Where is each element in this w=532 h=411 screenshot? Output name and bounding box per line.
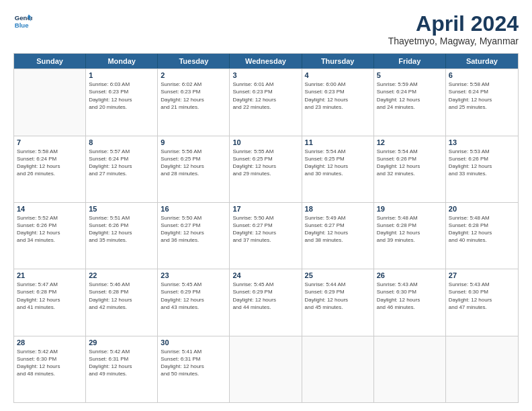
cell-info: Sunrise: 6:02 AM Sunset: 6:23 PM Dayligh… — [161, 81, 226, 111]
cell-info: Sunrise: 5:55 AM Sunset: 6:25 PM Dayligh… — [232, 148, 298, 178]
cell-info: Sunrise: 5:43 AM Sunset: 6:30 PM Dayligh… — [449, 281, 515, 311]
cell-info: Sunrise: 5:57 AM Sunset: 6:24 PM Dayligh… — [89, 148, 154, 178]
calendar-cell: 7Sunrise: 5:58 AM Sunset: 6:24 PM Daylig… — [14, 136, 86, 202]
day-number: 2 — [161, 71, 226, 79]
calendar-cell: 26Sunrise: 5:43 AM Sunset: 6:30 PM Dayli… — [374, 269, 446, 335]
weekday-header-sunday: Sunday — [14, 54, 86, 68]
month-title: April 2024 — [388, 12, 519, 36]
calendar-cell: 16Sunrise: 5:50 AM Sunset: 6:27 PM Dayli… — [158, 203, 230, 269]
calendar-cell: 14Sunrise: 5:52 AM Sunset: 6:26 PM Dayli… — [14, 203, 86, 269]
cell-info: Sunrise: 5:53 AM Sunset: 6:26 PM Dayligh… — [449, 148, 515, 178]
day-number: 19 — [377, 205, 443, 213]
calendar-cell: 21Sunrise: 5:47 AM Sunset: 6:28 PM Dayli… — [14, 269, 86, 335]
calendar-row-3: 21Sunrise: 5:47 AM Sunset: 6:28 PM Dayli… — [14, 269, 518, 335]
cell-info: Sunrise: 6:01 AM Sunset: 6:23 PM Dayligh… — [232, 81, 298, 111]
day-number: 13 — [449, 138, 515, 146]
day-number: 25 — [305, 271, 371, 279]
day-number: 20 — [449, 205, 515, 213]
calendar-cell — [446, 336, 518, 402]
calendar-cell: 8Sunrise: 5:57 AM Sunset: 6:24 PM Daylig… — [86, 136, 158, 202]
logo-icon: General Blue — [13, 12, 32, 31]
calendar-cell: 29Sunrise: 5:42 AM Sunset: 6:31 PM Dayli… — [86, 336, 158, 402]
calendar-cell: 18Sunrise: 5:49 AM Sunset: 6:27 PM Dayli… — [302, 203, 374, 269]
calendar-cell: 27Sunrise: 5:43 AM Sunset: 6:30 PM Dayli… — [446, 269, 518, 335]
cell-info: Sunrise: 5:52 AM Sunset: 6:26 PM Dayligh… — [17, 214, 83, 244]
page: General Blue April 2024 Thayetmyo, Magwa… — [0, 0, 532, 411]
calendar-cell: 5Sunrise: 5:59 AM Sunset: 6:24 PM Daylig… — [374, 69, 446, 135]
day-number: 16 — [161, 205, 226, 213]
day-number: 8 — [89, 138, 154, 146]
cell-info: Sunrise: 5:43 AM Sunset: 6:30 PM Dayligh… — [377, 281, 443, 311]
cell-info: Sunrise: 5:49 AM Sunset: 6:27 PM Dayligh… — [305, 214, 371, 244]
calendar-cell: 25Sunrise: 5:44 AM Sunset: 6:29 PM Dayli… — [302, 269, 374, 335]
weekday-header-thursday: Thursday — [302, 54, 374, 68]
cell-info: Sunrise: 5:46 AM Sunset: 6:28 PM Dayligh… — [89, 281, 154, 311]
day-number: 11 — [305, 138, 371, 146]
cell-info: Sunrise: 5:51 AM Sunset: 6:26 PM Dayligh… — [89, 214, 154, 244]
calendar: SundayMondayTuesdayWednesdayThursdayFrid… — [13, 53, 519, 403]
day-number: 17 — [232, 205, 298, 213]
cell-info: Sunrise: 5:44 AM Sunset: 6:29 PM Dayligh… — [305, 281, 371, 311]
cell-info: Sunrise: 6:00 AM Sunset: 6:23 PM Dayligh… — [305, 81, 371, 111]
day-number: 24 — [232, 271, 298, 279]
weekday-header-monday: Monday — [86, 54, 158, 68]
calendar-cell — [374, 336, 446, 402]
calendar-cell: 1Sunrise: 6:03 AM Sunset: 6:23 PM Daylig… — [86, 69, 158, 135]
calendar-row-1: 7Sunrise: 5:58 AM Sunset: 6:24 PM Daylig… — [14, 136, 518, 202]
cell-info: Sunrise: 5:58 AM Sunset: 6:24 PM Dayligh… — [17, 148, 83, 178]
cell-info: Sunrise: 5:42 AM Sunset: 6:30 PM Dayligh… — [17, 348, 83, 378]
cell-info: Sunrise: 5:47 AM Sunset: 6:28 PM Dayligh… — [17, 281, 83, 311]
weekday-header-saturday: Saturday — [446, 54, 518, 68]
day-number: 3 — [232, 71, 298, 79]
calendar-cell: 12Sunrise: 5:54 AM Sunset: 6:26 PM Dayli… — [374, 136, 446, 202]
calendar-cell: 3Sunrise: 6:01 AM Sunset: 6:23 PM Daylig… — [230, 69, 302, 135]
calendar-cell: 20Sunrise: 5:48 AM Sunset: 6:28 PM Dayli… — [446, 203, 518, 269]
calendar-cell: 10Sunrise: 5:55 AM Sunset: 6:25 PM Dayli… — [230, 136, 302, 202]
cell-info: Sunrise: 5:59 AM Sunset: 6:24 PM Dayligh… — [377, 81, 443, 111]
calendar-cell: 23Sunrise: 5:45 AM Sunset: 6:29 PM Dayli… — [158, 269, 230, 335]
cell-info: Sunrise: 5:50 AM Sunset: 6:27 PM Dayligh… — [161, 214, 226, 244]
calendar-cell: 28Sunrise: 5:42 AM Sunset: 6:30 PM Dayli… — [14, 336, 86, 402]
calendar-row-0: 1Sunrise: 6:03 AM Sunset: 6:23 PM Daylig… — [14, 68, 518, 135]
cell-info: Sunrise: 5:41 AM Sunset: 6:31 PM Dayligh… — [161, 348, 226, 378]
day-number: 26 — [377, 271, 443, 279]
day-number: 15 — [89, 205, 154, 213]
calendar-cell: 6Sunrise: 5:58 AM Sunset: 6:24 PM Daylig… — [446, 69, 518, 135]
day-number: 5 — [377, 71, 443, 79]
calendar-cell: 30Sunrise: 5:41 AM Sunset: 6:31 PM Dayli… — [158, 336, 230, 402]
day-number: 10 — [232, 138, 298, 146]
cell-info: Sunrise: 5:54 AM Sunset: 6:25 PM Dayligh… — [305, 148, 371, 178]
day-number: 9 — [161, 138, 226, 146]
day-number: 1 — [89, 71, 154, 79]
day-number: 28 — [17, 338, 83, 347]
day-number: 22 — [89, 271, 154, 279]
cell-info: Sunrise: 5:54 AM Sunset: 6:26 PM Dayligh… — [377, 148, 443, 178]
calendar-cell — [230, 336, 302, 402]
calendar-cell: 4Sunrise: 6:00 AM Sunset: 6:23 PM Daylig… — [302, 69, 374, 135]
calendar-cell: 19Sunrise: 5:48 AM Sunset: 6:28 PM Dayli… — [374, 203, 446, 269]
cell-info: Sunrise: 5:42 AM Sunset: 6:31 PM Dayligh… — [89, 348, 154, 378]
weekday-header-friday: Friday — [374, 54, 446, 68]
cell-info: Sunrise: 5:50 AM Sunset: 6:27 PM Dayligh… — [232, 214, 298, 244]
day-number: 14 — [17, 205, 83, 213]
calendar-cell: 22Sunrise: 5:46 AM Sunset: 6:28 PM Dayli… — [86, 269, 158, 335]
day-number: 7 — [17, 138, 83, 146]
day-number: 21 — [17, 271, 83, 279]
cell-info: Sunrise: 5:48 AM Sunset: 6:28 PM Dayligh… — [449, 214, 515, 244]
title-block: April 2024 Thayetmyo, Magway, Myanmar — [388, 12, 519, 46]
calendar-cell — [14, 69, 86, 135]
calendar-cell: 15Sunrise: 5:51 AM Sunset: 6:26 PM Dayli… — [86, 203, 158, 269]
calendar-cell: 11Sunrise: 5:54 AM Sunset: 6:25 PM Dayli… — [302, 136, 374, 202]
header: General Blue April 2024 Thayetmyo, Magwa… — [13, 12, 519, 46]
day-number: 12 — [377, 138, 443, 146]
day-number: 30 — [161, 338, 226, 347]
calendar-cell: 24Sunrise: 5:45 AM Sunset: 6:29 PM Dayli… — [230, 269, 302, 335]
calendar-header: SundayMondayTuesdayWednesdayThursdayFrid… — [14, 54, 518, 68]
weekday-header-wednesday: Wednesday — [230, 54, 302, 68]
day-number: 23 — [161, 271, 226, 279]
calendar-row-4: 28Sunrise: 5:42 AM Sunset: 6:30 PM Dayli… — [14, 336, 518, 402]
day-number: 29 — [89, 338, 154, 347]
day-number: 18 — [305, 205, 371, 213]
weekday-header-tuesday: Tuesday — [158, 54, 230, 68]
calendar-cell — [302, 336, 374, 402]
